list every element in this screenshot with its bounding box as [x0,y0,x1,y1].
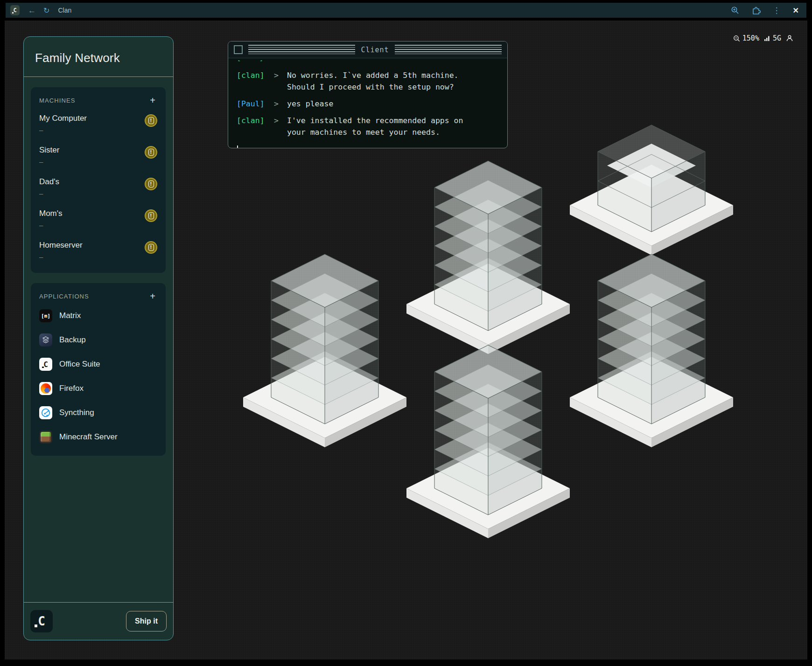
app-row-syncthing[interactable]: Syncthing [39,401,157,425]
applications-card: APPLICATIONS + Matrix Backup Office Suit… [31,283,166,456]
machine-status-text: – [39,126,87,134]
person-icon[interactable] [786,35,793,42]
client-terminal-window[interactable]: Client [clan] [clan] > No worries. I`ve … [228,41,508,148]
app-name: Backup [59,335,86,345]
sidebar: Family Network MACHINES + My Computer – … [23,36,174,640]
prompt-arrow: > [266,115,287,138]
terminal-titlebar[interactable]: Client [228,42,507,58]
close-icon[interactable]: ✕ [793,6,799,15]
chat-message: [clan] > I've installed the recommended … [237,115,501,138]
zoom-level: 150% [742,34,759,42]
machine-name: My Computer [39,114,87,123]
machine-name: Dad's [39,177,59,187]
chat-message: [Paul] > yes please [237,98,501,110]
machine-row-sister[interactable]: Sister – ! [39,139,157,171]
titlebar-stripes [395,45,502,55]
warning-badge-icon: ! [145,178,157,190]
terminal-body[interactable]: [clan] [clan] > No worries. I`ve added a… [228,58,507,148]
machine-name: Sister [39,146,59,155]
terminal-cursor[interactable] [237,146,238,148]
titlebar-stripes [248,45,355,55]
app-row-firefox[interactable]: Firefox [39,376,157,401]
machines-card: MACHINES + My Computer – ! Sister – ! Da… [31,87,166,273]
app-row-backup[interactable]: Backup [39,328,157,352]
machine-row-homeserver[interactable]: Homeserver – ! [39,235,157,266]
machine-name: Homeserver [39,241,83,250]
machines-header: MACHINES [39,97,75,104]
status-row: 150% 5G [733,33,793,44]
machine-name: Mom's [39,209,63,218]
menu-kebab-icon[interactable]: ⋮ [773,6,781,15]
message-text: I've installed the recommended apps onyo… [287,115,463,138]
app-name: Syncthing [59,408,94,417]
machine-left-cube[interactable] [241,183,409,465]
app-name: Minecraft Server [59,432,118,442]
syncthing-icon [39,406,52,419]
window-square-icon[interactable] [234,45,243,54]
magnifier-zoom-icon [733,35,740,42]
reload-icon[interactable]: ↻ [43,6,49,15]
sidebar-header: Family Network [24,37,173,77]
clan-logo-icon [30,610,53,632]
warning-badge-icon: ! [145,114,157,127]
machine-row-dads[interactable]: Dad's – ! [39,171,157,203]
back-icon[interactable]: ← [28,7,36,14]
add-machine-button[interactable]: + [148,95,157,106]
app-name: Matrix [59,311,81,320]
sender-label: [clan] [237,115,266,138]
app-name: Firefox [59,384,84,393]
matrix-icon [39,309,52,322]
machine-bottom-center-cube[interactable] [404,274,572,555]
machine-row-moms[interactable]: Mom's – ! [39,203,157,235]
tab-title: Clan [58,7,71,14]
machine-row-my-computer[interactable]: My Computer – ! [39,108,157,139]
browser-chrome: ← ↻ Clan ⋮ ✕ [6,3,806,18]
app-row-minecraft-server[interactable]: Minecraft Server [39,425,157,449]
app-row-office-suite[interactable]: Office Suite [39,352,157,376]
clan-logo-icon [10,5,20,15]
warning-badge-icon: ! [145,146,157,159]
office-suite-icon [39,358,52,371]
prompt-arrow: > [266,69,287,93]
page-title: Family Network [35,51,162,65]
minecraft-icon [39,430,52,444]
add-application-button[interactable]: + [148,291,157,302]
chat-message: [clan] > No worries. I`ve added a 5th ma… [237,69,501,93]
machine-status-text: – [39,189,59,197]
scrolled-message-sliver: [clan] [237,60,501,64]
app-name: Office Suite [59,360,100,369]
backup-icon [39,333,52,347]
machine-status-text: – [39,158,59,166]
network-label: 5G [773,34,781,42]
machine-right-cube[interactable] [567,183,735,465]
ship-it-button[interactable]: Ship it [126,611,167,631]
sender-label: [clan] [237,69,266,93]
app-row-matrix[interactable]: Matrix [39,304,157,328]
terminal-title: Client [361,46,389,54]
message-text: No worries. I`ve added a 5th machine.Sho… [287,69,459,93]
signal-bars-icon [764,35,770,42]
warning-badge-icon: ! [145,241,157,254]
firefox-icon [39,382,52,395]
sender-label: [Paul] [237,98,266,110]
extensions-icon[interactable] [751,6,761,15]
machine-status-text: – [39,221,63,229]
sidebar-footer: Ship it [24,602,173,640]
machine-status-text: – [39,253,83,261]
prompt-arrow: > [266,98,287,110]
warning-badge-icon: ! [145,209,157,222]
zoom-icon[interactable] [731,6,739,14]
message-text: yes please [287,98,333,110]
applications-header: APPLICATIONS [39,293,89,300]
